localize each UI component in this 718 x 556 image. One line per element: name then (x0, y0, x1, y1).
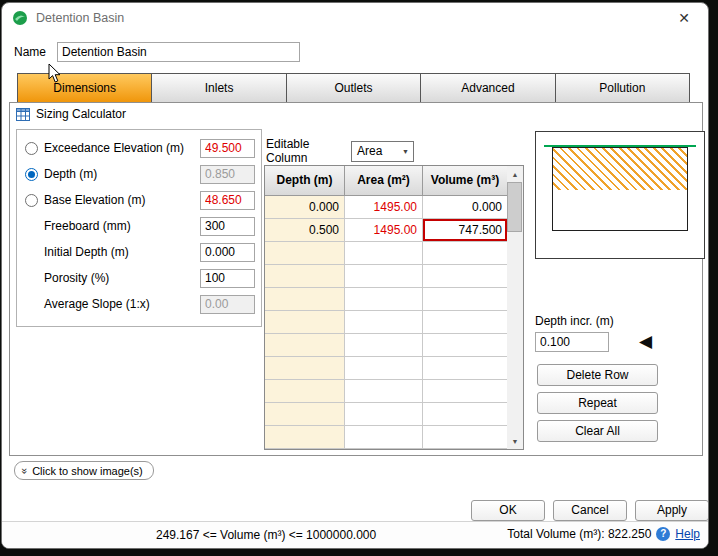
table-cell[interactable] (265, 334, 345, 357)
table-cell[interactable] (345, 311, 423, 334)
table-row (265, 357, 507, 380)
apply-increment-icon[interactable]: ◀ (639, 331, 652, 352)
table-cell[interactable] (423, 426, 507, 449)
tab-dimensions[interactable]: Dimensions (17, 73, 152, 103)
sizing-calculator-header: Sizing Calculator (16, 107, 126, 121)
depth-label: Depth (m) (44, 167, 200, 181)
tab-outlets[interactable]: Outlets (287, 73, 421, 103)
window-title: Detention Basin (36, 11, 124, 25)
table-row (265, 311, 507, 334)
porosity-input[interactable] (200, 269, 255, 288)
table-cell[interactable] (265, 265, 345, 288)
table-cell[interactable] (423, 242, 507, 265)
tab-advanced[interactable]: Advanced (421, 73, 555, 103)
table-cell[interactable] (345, 380, 423, 403)
table-row: 0.500 1495.00 747.500 (265, 219, 507, 242)
cell-area-0[interactable]: 1495.00 (345, 196, 423, 219)
header-depth: Depth (m) (265, 166, 345, 196)
table-cell[interactable] (423, 311, 507, 334)
freeboard-hatch (553, 148, 687, 190)
param-row-porosity: Porosity (%) (25, 268, 255, 288)
editable-column-row: Editable Column Area ▼ (266, 137, 414, 165)
table-cell[interactable] (423, 334, 507, 357)
table-cell[interactable] (345, 403, 423, 426)
table-cell[interactable] (345, 426, 423, 449)
name-input[interactable] (57, 42, 300, 62)
porosity-label: Porosity (%) (44, 271, 200, 285)
tab-pollution[interactable]: Pollution (556, 73, 690, 103)
table-cell[interactable] (423, 380, 507, 403)
scroll-down-icon[interactable]: ▼ (507, 433, 523, 449)
table-scrollbar[interactable]: ▲ ▼ (507, 165, 524, 450)
exceedance-elevation-radio[interactable] (25, 142, 38, 155)
cell-volume-1-selected[interactable]: 747.500 (423, 219, 507, 242)
repeat-button[interactable]: Repeat (537, 392, 658, 414)
table-cell[interactable] (265, 380, 345, 403)
param-row-depth: Depth (m) (25, 164, 255, 184)
cell-volume-0[interactable]: 0.000 (423, 196, 507, 219)
total-volume-text: Total Volume (m³): 822.250 (507, 527, 651, 541)
initial-depth-input[interactable] (200, 243, 255, 262)
depth-input (200, 165, 255, 184)
base-elevation-radio[interactable] (25, 194, 38, 207)
delete-row-button[interactable]: Delete Row (537, 364, 658, 386)
cell-depth-0[interactable]: 0.000 (265, 196, 345, 219)
table-cell[interactable] (423, 265, 507, 288)
base-elevation-label: Base Elevation (m) (44, 193, 200, 207)
table-cell[interactable] (265, 357, 345, 380)
table-row (265, 242, 507, 265)
editable-column-select[interactable]: Area ▼ (351, 141, 414, 162)
table-cell[interactable] (265, 426, 345, 449)
table-cell[interactable] (423, 403, 507, 426)
table-cell[interactable] (423, 357, 507, 380)
editable-column-label: Editable Column (266, 137, 351, 165)
table-cell[interactable] (345, 242, 423, 265)
param-row-exceedance: Exceedance Elevation (m) (25, 138, 255, 158)
mouse-cursor (48, 63, 62, 84)
ok-button[interactable]: OK (471, 500, 545, 521)
table-cell[interactable] (345, 288, 423, 311)
header-area: Area (m²) (345, 166, 423, 196)
table-cell[interactable] (423, 288, 507, 311)
basin-outline (552, 147, 688, 231)
table-header-row: Depth (m) Area (m²) Volume (m³) (265, 166, 507, 196)
parameters-group: Exceedance Elevation (m) Depth (m) Base … (16, 129, 262, 327)
table-cell[interactable] (345, 357, 423, 380)
scroll-up-icon[interactable]: ▲ (507, 166, 523, 182)
help-icon[interactable]: ? (656, 527, 670, 541)
average-slope-input (200, 295, 255, 314)
exceedance-elevation-input[interactable] (200, 139, 255, 158)
close-icon[interactable]: ✕ (670, 10, 698, 26)
cancel-button[interactable]: Cancel (553, 500, 627, 521)
title-bar: Detention Basin ✕ (2, 3, 708, 33)
freeboard-label: Freeboard (mm) (44, 219, 200, 233)
depth-incr-input[interactable] (535, 332, 609, 352)
table-cell[interactable] (265, 311, 345, 334)
table-row (265, 288, 507, 311)
table-cell[interactable] (265, 288, 345, 311)
param-row-initial-depth: Initial Depth (m) (25, 242, 255, 262)
table-cell[interactable] (345, 334, 423, 357)
show-images-button[interactable]: » Click to show image(s) (14, 461, 154, 480)
table-cell[interactable] (265, 242, 345, 265)
table-row (265, 265, 507, 288)
volume-range-text: 249.167 <= Volume (m³) <= 1000000.000 (156, 528, 376, 542)
editable-column-value: Area (352, 144, 398, 158)
help-link[interactable]: Help (675, 527, 700, 541)
depth-radio[interactable] (25, 168, 38, 181)
name-label: Name (14, 45, 46, 59)
table-cell[interactable] (265, 403, 345, 426)
cell-area-1[interactable]: 1495.00 (345, 219, 423, 242)
tab-strip: Dimensions Inlets Outlets Advanced Pollu… (17, 73, 690, 103)
scrollbar-thumb[interactable] (507, 182, 522, 232)
clear-all-button[interactable]: Clear All (537, 420, 658, 442)
tab-inlets[interactable]: Inlets (152, 73, 286, 103)
freeboard-input[interactable] (200, 217, 255, 236)
table-cell[interactable] (345, 265, 423, 288)
cell-depth-1[interactable]: 0.500 (265, 219, 345, 242)
base-elevation-input[interactable] (200, 191, 255, 210)
dimensions-panel: Sizing Calculator Exceedance Elevation (… (9, 102, 703, 456)
apply-button[interactable]: Apply (635, 500, 709, 521)
depth-incr-label: Depth incr. (m) (535, 314, 614, 328)
sizing-table: Depth (m) Area (m²) Volume (m³) 0.000 14… (264, 165, 508, 450)
